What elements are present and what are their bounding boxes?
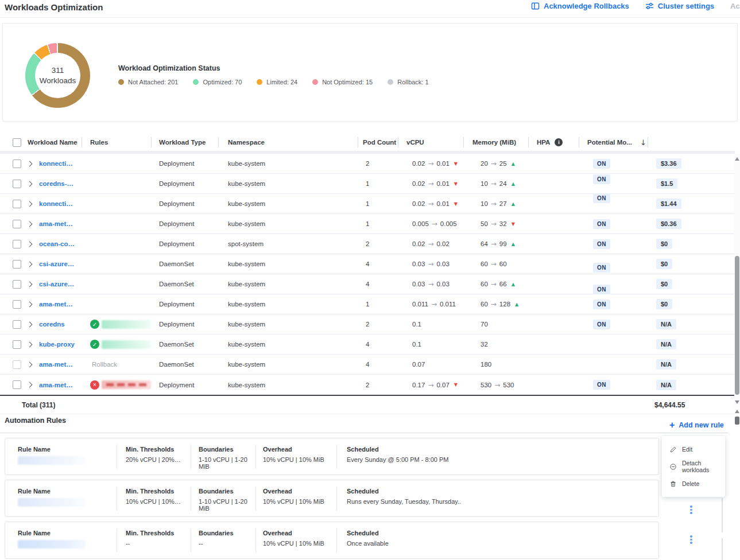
rule-kebab-menu-icon[interactable] bbox=[690, 535, 692, 545]
column-header-pod-count[interactable]: Pod Count bbox=[358, 134, 398, 151]
acknowledge-rollbacks-button[interactable]: Acknowledge Rollbacks bbox=[531, 2, 629, 10]
workload-name-link[interactable]: coredns bbox=[39, 321, 65, 328]
expand-chevron-icon[interactable] bbox=[27, 181, 33, 186]
pod-count: 4 bbox=[358, 260, 398, 267]
table-row[interactable]: ama-met… Rollback DaemonSet kube-system … bbox=[0, 355, 735, 375]
expand-chevron-icon[interactable] bbox=[27, 241, 33, 247]
column-header-rules[interactable]: Rules bbox=[82, 134, 151, 151]
menu-item-detach-workloads[interactable]: Detach workloads bbox=[662, 458, 725, 475]
rules-cell: × bbox=[82, 380, 151, 390]
scrollbar-thumb[interactable] bbox=[735, 417, 739, 425]
column-header-workload-type[interactable]: Workload Type bbox=[151, 134, 218, 151]
column-header-workload-name[interactable]: Workload Name bbox=[26, 134, 82, 151]
row-checkbox[interactable] bbox=[13, 280, 21, 289]
workload-name-link[interactable]: ama-met… bbox=[39, 382, 73, 388]
rule-name-redacted bbox=[102, 380, 151, 389]
workload-name-link[interactable]: csi-azure… bbox=[39, 260, 74, 267]
cluster-settings-button[interactable]: Cluster settings bbox=[645, 2, 714, 10]
workload-name-link[interactable]: coredns-… bbox=[39, 180, 73, 187]
workload-name-link[interactable]: ama-met… bbox=[39, 301, 73, 308]
namespace: kube-system bbox=[218, 281, 358, 287]
table-row[interactable]: coredns-… Deployment kube-system 1 0.02→… bbox=[0, 174, 735, 194]
workloads-table: konnecti… Deployment kube-system 2 0.02→… bbox=[0, 154, 735, 395]
scrollbar-thumb[interactable] bbox=[735, 256, 739, 395]
table-row[interactable]: ama-met… × Deployment kube-system 2 0.17… bbox=[0, 375, 735, 395]
boundaries-label: Boundaries bbox=[199, 488, 255, 495]
namespace: spot-system bbox=[218, 240, 358, 247]
table-row[interactable]: csi-azure… DaemonSet kube-system 4 0.03→… bbox=[0, 274, 735, 294]
info-icon[interactable]: i bbox=[555, 138, 563, 146]
scheduled-value: Every Sunday @ 5:00 PM - 8:00 PM bbox=[347, 456, 658, 463]
workloads-optimization-page: Workloads Optimization Acknowledge Rollb… bbox=[0, 0, 740, 560]
row-checkbox[interactable] bbox=[13, 160, 21, 168]
expand-chevron-icon[interactable] bbox=[27, 161, 33, 166]
column-header-hpa[interactable]: HPA i bbox=[528, 134, 579, 151]
table-row[interactable]: coredns ✓ Deployment kube-system 2 0.1 7… bbox=[0, 314, 735, 335]
expand-chevron-icon[interactable] bbox=[27, 341, 33, 347]
expand-chevron-icon[interactable] bbox=[27, 281, 33, 287]
table-scrollbar[interactable] bbox=[734, 154, 740, 407]
expand-chevron-icon[interactable] bbox=[27, 321, 33, 327]
plus-icon: + bbox=[669, 421, 675, 430]
row-checkbox[interactable] bbox=[13, 360, 21, 369]
row-checkbox[interactable] bbox=[13, 220, 21, 228]
row-checkbox[interactable] bbox=[13, 320, 21, 329]
expand-chevron-icon[interactable] bbox=[27, 361, 33, 367]
scroll-down-icon[interactable] bbox=[735, 400, 739, 404]
expand-chevron-icon[interactable] bbox=[27, 201, 33, 207]
table-row[interactable]: kube-proxy ✓ DaemonSet kube-system 4 0.1… bbox=[0, 335, 735, 355]
rules-cell: ✓ bbox=[82, 320, 151, 329]
workload-name-link[interactable]: konnecti… bbox=[39, 160, 73, 167]
vcpu-values: 0.02→0.02 bbox=[398, 240, 463, 248]
legend-label: Optimized: 70 bbox=[203, 79, 242, 85]
table-row[interactable]: csi-azure… DaemonSet kube-system 4 0.03→… bbox=[0, 254, 735, 274]
workload-name-link[interactable]: ama-met… bbox=[39, 220, 73, 227]
legend-label: Not Optimized: 15 bbox=[322, 79, 373, 85]
row-checkbox[interactable] bbox=[13, 380, 21, 389]
menu-item-delete[interactable]: Delete bbox=[662, 475, 725, 492]
row-checkbox[interactable] bbox=[13, 240, 21, 248]
workload-type: DaemonSet bbox=[151, 341, 218, 348]
row-checkbox[interactable] bbox=[13, 200, 21, 208]
scroll-up-icon[interactable] bbox=[735, 410, 739, 413]
menu-item-edit[interactable]: Edit bbox=[662, 441, 725, 458]
row-checkbox[interactable] bbox=[13, 300, 21, 309]
add-new-rule-button[interactable]: + Add new rule bbox=[669, 421, 724, 430]
workload-name-link[interactable]: kube-proxy bbox=[39, 341, 75, 348]
overhead-value: 10% vCPU | 10% MiB bbox=[263, 498, 336, 505]
boundaries-value: -- bbox=[199, 540, 255, 547]
table-row[interactable]: konnecti… Deployment kube-system 1 0.02→… bbox=[0, 194, 735, 214]
expand-chevron-icon[interactable] bbox=[27, 301, 33, 307]
column-header-namespace[interactable]: Namespace bbox=[218, 134, 358, 151]
table-row[interactable]: ocean-co… Deployment spot-system 2 0.02→… bbox=[0, 234, 735, 254]
table-row[interactable]: ama-met… Deployment kube-system 1 0.005→… bbox=[0, 214, 735, 234]
sliders-icon bbox=[645, 2, 654, 10]
legend-dot bbox=[257, 79, 262, 85]
scroll-up-icon[interactable] bbox=[735, 157, 739, 161]
expand-chevron-icon[interactable] bbox=[27, 382, 33, 388]
select-all-checkbox[interactable] bbox=[13, 138, 21, 147]
status-legend-title: Workload Optimization Status bbox=[118, 64, 220, 72]
workload-name-link[interactable]: ocean-co… bbox=[39, 240, 75, 247]
expand-chevron-icon[interactable] bbox=[27, 261, 33, 267]
workload-name-link[interactable]: csi-azure… bbox=[39, 281, 74, 287]
table-row[interactable]: ama-met… Deployment kube-system 1 0.011→… bbox=[0, 294, 735, 314]
column-header-memory[interactable]: Memory (MiB) bbox=[463, 134, 528, 151]
workload-type: Deployment bbox=[151, 301, 218, 308]
total-row: Total (311) $4,644.55 bbox=[0, 396, 735, 414]
pencil-icon bbox=[669, 446, 677, 453]
expand-chevron-icon[interactable] bbox=[27, 221, 33, 227]
actions-button[interactable]: Action bbox=[730, 2, 740, 10]
workload-name-link[interactable]: konnecti… bbox=[39, 200, 73, 207]
potential-badge: $0.36 bbox=[656, 219, 681, 229]
hpa-badge: ON bbox=[593, 300, 610, 309]
table-row[interactable]: konnecti… Deployment kube-system 2 0.02→… bbox=[0, 154, 735, 174]
pod-count: 1 bbox=[358, 301, 398, 308]
column-header-potential[interactable]: Potential Mo... ↓ bbox=[579, 134, 648, 151]
row-checkbox[interactable] bbox=[13, 340, 21, 349]
workload-name-link[interactable]: ama-met… bbox=[39, 361, 73, 368]
column-header-vcpu[interactable]: vCPU bbox=[398, 134, 463, 151]
row-checkbox[interactable] bbox=[13, 180, 21, 188]
row-checkbox[interactable] bbox=[13, 260, 21, 269]
rule-kebab-menu-icon[interactable] bbox=[690, 505, 692, 515]
